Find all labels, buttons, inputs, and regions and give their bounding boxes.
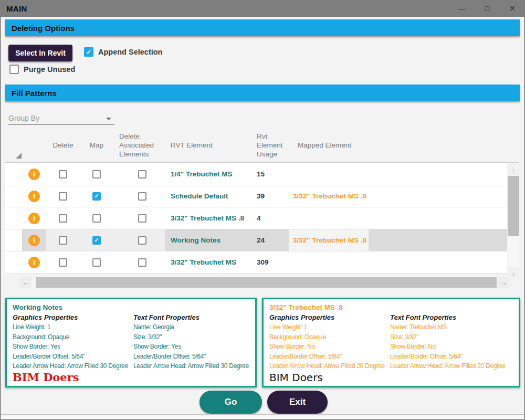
expand-column-header: [5, 128, 22, 162]
sort-triangle-icon[interactable]: [16, 153, 22, 159]
property-line: Leader/Border Offset: 5/64": [390, 352, 517, 362]
font-sample-text: BIM Doers: [269, 371, 517, 384]
purge-unused-option[interactable]: Purge Unused: [9, 65, 75, 74]
group-by-label: Group By: [8, 114, 39, 124]
delete-checkbox[interactable]: [59, 214, 67, 223]
rvt-element-cell: 3/32" Trebuchet MS: [165, 251, 248, 273]
trailing-cell: [369, 207, 507, 229]
horizontal-scroll-thumb[interactable]: [36, 277, 497, 288]
property-line: Leader/Border Offset: 5/64": [269, 352, 390, 362]
text-font-properties-heading: Text Font Properties: [133, 312, 253, 322]
scroll-left-icon[interactable]: ←: [20, 277, 32, 288]
delete-checkbox[interactable]: [59, 170, 67, 178]
font-sample-text: BIM Doers: [13, 371, 253, 384]
delete-associated-cell: [113, 163, 165, 185]
delete-associated-checkbox[interactable]: [138, 214, 146, 223]
row-expand-cell: [5, 185, 22, 207]
select-in-revit-button[interactable]: Select In Revit: [8, 45, 72, 61]
vertical-scroll-thumb[interactable]: [508, 176, 519, 236]
column-header-delete-associated[interactable]: Delete Associated Elements: [113, 128, 165, 162]
delete-associated-cell: [113, 251, 165, 273]
map-checkbox[interactable]: [92, 214, 101, 223]
exit-button[interactable]: Exit: [267, 391, 328, 414]
map-checkbox[interactable]: [92, 258, 101, 267]
property-line: Show Border: No: [390, 342, 517, 352]
table-body: i1/4" Trebuchet MS15i✓Schedule Default39…: [5, 163, 507, 274]
close-icon[interactable]: ✕: [500, 0, 525, 17]
rvt-element-cell: 3/32" Trebuchet MS .8: [165, 207, 248, 229]
scroll-right-icon[interactable]: →: [498, 277, 509, 288]
trailing-cell: [369, 229, 507, 251]
mapped-element-cell: [289, 251, 369, 273]
property-line: Leader Arrow Head: Arrow Filled 30 Degre…: [133, 361, 253, 371]
vertical-scrollbar[interactable]: ↑ ↓: [508, 164, 519, 279]
delete-cell: [46, 185, 80, 207]
column-header-delete[interactable]: Delete: [46, 128, 80, 162]
delete-cell: [46, 251, 80, 273]
purge-unused-checkbox[interactable]: [9, 65, 19, 74]
info-icon[interactable]: i: [28, 169, 40, 180]
dialog-content: Deleting Options Select In Revit ✓ Appen…: [0, 17, 525, 420]
delete-checkbox[interactable]: [59, 236, 67, 245]
property-line: Leader Arrow Head: Arrow Filled 20 Degre…: [269, 361, 390, 371]
delete-associated-cell: [113, 229, 165, 251]
property-line: Name: Trebuchet MS: [390, 322, 517, 332]
titlebar: MAIN — □ ✕: [0, 0, 525, 17]
panel-title: 3/32" Trebuchet MS .8: [269, 303, 517, 312]
append-selection-checkbox[interactable]: ✓: [84, 47, 93, 57]
rvt-element-cell: Schedule Default: [165, 185, 248, 207]
delete-associated-checkbox[interactable]: [138, 170, 146, 178]
map-cell: [80, 163, 113, 185]
group-by-dropdown[interactable]: Group By: [8, 111, 114, 125]
scroll-up-icon[interactable]: ↑: [508, 164, 519, 176]
delete-cell: [46, 207, 80, 229]
map-checkbox[interactable]: ✓: [92, 236, 101, 245]
info-icon[interactable]: i: [28, 191, 40, 202]
column-header-map[interactable]: Map: [80, 128, 113, 162]
table-row[interactable]: i3/32" Trebuchet MS .84: [5, 207, 507, 229]
window-title: MAIN: [0, 4, 27, 13]
property-line: Line Weight: 1: [13, 322, 133, 332]
fill-patterns-title: Fill Patterns: [12, 89, 57, 98]
append-selection-option[interactable]: ✓ Append Selection: [84, 47, 162, 57]
info-icon[interactable]: i: [28, 235, 40, 246]
property-line: Show Border: No: [269, 342, 390, 352]
table-row[interactable]: i1/4" Trebuchet MS15: [5, 163, 507, 185]
rvt-usage-cell: 309: [248, 251, 289, 273]
delete-checkbox[interactable]: [59, 258, 67, 267]
row-expand-cell: [5, 207, 22, 229]
main-window: MAIN — □ ✕ Deleting Options Select In Re…: [0, 0, 525, 420]
map-checkbox[interactable]: [92, 170, 101, 178]
map-cell: ✓: [80, 185, 113, 207]
column-header-rvt-usage[interactable]: Rvt Element Usage: [248, 128, 289, 162]
table-row[interactable]: i3/32" Trebuchet MS309: [5, 251, 507, 274]
delete-cell: [46, 163, 80, 185]
rvt-usage-cell: 39: [248, 185, 289, 207]
info-icon[interactable]: i: [28, 213, 40, 224]
delete-cell: [46, 229, 80, 251]
column-header-mapped[interactable]: Mapped Element: [289, 128, 369, 162]
delete-associated-cell: [113, 207, 165, 229]
map-checkbox[interactable]: ✓: [92, 192, 101, 201]
property-line: Size: 3/32": [390, 332, 517, 342]
mapped-element-cell: [289, 207, 369, 229]
property-line: Leader Arrow Head: Arrow Filled 30 Degre…: [13, 361, 133, 371]
delete-associated-checkbox[interactable]: [138, 258, 146, 267]
delete-checkbox[interactable]: [59, 192, 67, 201]
info-icon[interactable]: i: [28, 257, 40, 268]
info-cell: i: [22, 163, 46, 185]
column-header-rvt-element[interactable]: RVT Element: [165, 128, 248, 162]
info-cell: i: [22, 185, 46, 207]
trailing-cell: [369, 251, 507, 273]
delete-associated-checkbox[interactable]: [138, 236, 146, 245]
column-header-trailing: [369, 128, 519, 162]
delete-associated-checkbox[interactable]: [138, 192, 146, 201]
table-row[interactable]: i✓Schedule Default393/32" Trebuchet MS .…: [5, 185, 507, 207]
minimize-icon[interactable]: —: [449, 0, 475, 17]
go-button[interactable]: Go: [200, 391, 262, 414]
horizontal-scrollbar[interactable]: ← →: [20, 277, 509, 288]
map-cell: [80, 251, 113, 273]
maximize-icon[interactable]: □: [475, 0, 500, 17]
table-row[interactable]: i✓Working Notes243/32" Trebuchet MS .8: [5, 229, 507, 251]
scroll-down-icon[interactable]: ↓: [508, 267, 519, 279]
